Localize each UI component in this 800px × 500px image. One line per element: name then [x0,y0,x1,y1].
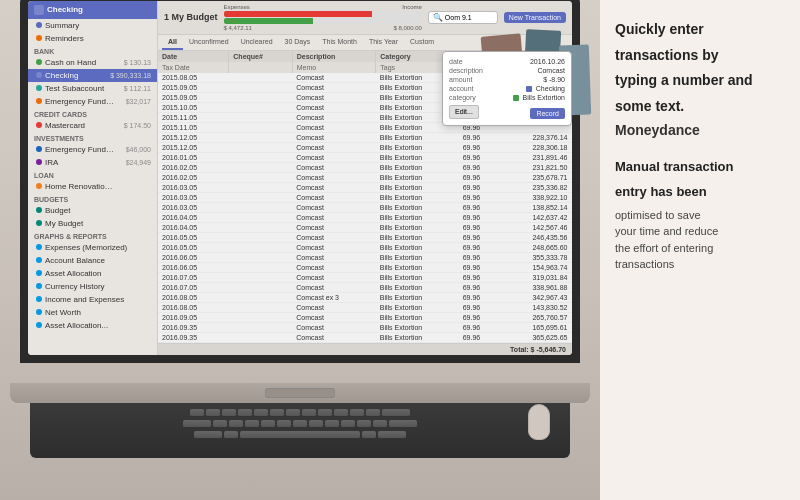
sidebar-item-emergency[interactable]: Emergency Fund, Liab... $32,017 [28,95,157,108]
tab-this-month[interactable]: This Month [316,35,363,50]
kb-key [194,431,222,439]
cell-description: Comcast [292,312,376,322]
tab-unconfirmed[interactable]: Unconfirmed [183,35,235,50]
table-row[interactable]: 2016.06.05 Comcast Bills Extortion 69.96… [158,262,572,272]
table-row[interactable]: 2016.01.05 Comcast Bills Extortion 69.96… [158,152,572,162]
mc-dot [36,122,42,128]
tab-all[interactable]: All [162,35,183,50]
app-screen: Checking Summary Reminders BANK Cash on … [28,1,572,355]
kb-key [229,420,243,428]
cell-c: 69.96 [459,302,501,312]
cell-c: 69.96 [459,252,501,262]
sidebar-item-reminders[interactable]: Reminders [28,32,157,45]
kb-spacebar [240,431,360,439]
table-row[interactable]: 2016.10.25 Comcast Bills Extortion 69.96… [158,342,572,343]
cell-date: 2016.09.05 [158,312,229,322]
sidebar-item-acct-balance[interactable]: Account Balance [28,254,157,267]
trackpad [265,388,335,398]
table-row[interactable]: 2016.09.05 Comcast Bills Extortion 69.96… [158,312,572,322]
tab-uncleared[interactable]: Uncleared [235,35,279,50]
search-box[interactable]: 🔍 Oom 9.1 [428,11,498,24]
cell-category: Bills Extortion [376,132,459,142]
sidebar-item-currency[interactable]: Currency History [28,280,157,293]
search-text: Oom 9.1 [445,14,472,21]
sidebar-item-mastercard[interactable]: Mastercard $ 174.50 [28,119,157,132]
cell-category: Bills Extortion [376,242,459,252]
table-row[interactable]: 2016.03.05 Comcast Bills Extortion 69.96… [158,182,572,192]
kb-key [389,420,417,428]
table-row[interactable]: 2016.03.05 Comcast Bills Extortion 69.96… [158,192,572,202]
table-row[interactable]: 2016.06.05 Comcast Bills Extortion 69.96… [158,252,572,262]
right-subtitle-line1: Manual transaction [615,158,785,176]
kb-key [357,420,371,428]
cell-cheque [229,122,292,132]
popup-account-row: account Checking [449,85,565,92]
em-label: Expenses (Memorized) [45,243,127,252]
sidebar-item-summary[interactable]: Summary [28,19,157,32]
col-memo: Memo [292,62,376,73]
sidebar-item-budget[interactable]: Budget [28,204,157,217]
new-transaction-button[interactable]: New Transaction [504,12,566,23]
tab-30days[interactable]: 30 Days [279,35,317,50]
cell-cheque [229,242,292,252]
cell-cheque [229,342,292,343]
table-row[interactable]: 2016.04.05 Comcast Bills Extortion 69.96… [158,212,572,222]
kb-key [206,409,220,417]
kb-key [362,431,376,439]
sidebar-item-loan[interactable]: Home Renovation Loan S... [28,180,157,193]
table-row[interactable]: 2016.05.05 Comcast Bills Extortion 69.96… [158,242,572,252]
kb-key [325,420,339,428]
table-row[interactable]: 2016.08.05 Comcast ex 3 Bills Extortion … [158,292,572,302]
em-dot [36,244,42,250]
popup-record-button[interactable]: Record [530,108,565,119]
cell-c: 69.96 [459,332,501,342]
tab-this-year[interactable]: This Year [363,35,404,50]
kb-key [373,420,387,428]
cell-description: Comcast [292,122,376,132]
sidebar-item-net-worth[interactable]: Net Worth [28,306,157,319]
cell-cheque [229,142,292,152]
table-row[interactable]: 2016.02.05 Comcast Bills Extortion 69.96… [158,172,572,182]
table-row[interactable]: 2016.08.05 Comcast Bills Extortion 69.96… [158,302,572,312]
cell-date: 2015.11.05 [158,112,229,122]
sidebar-item-asset-alloc2[interactable]: Asset Allocation... [28,319,157,332]
cell-description: Comcast [292,322,376,332]
sidebar-item-asset-alloc[interactable]: Asset Allocation [28,267,157,280]
cell-category: Bills Extortion [376,142,459,152]
kb-key [222,409,236,417]
ab-label: Account Balance [45,256,105,265]
sidebar-item-emergency-fund[interactable]: Emergency Fund Roth... $46,000 [28,143,157,156]
table-row[interactable]: 2016.03.05 Comcast Bills Extortion 69.96… [158,202,572,212]
expense-bar-track [224,11,422,17]
table-row[interactable]: 2015.12.05 Comcast Bills Extortion 69.96… [158,142,572,152]
emergency-dot [36,98,42,104]
table-row[interactable]: 2016.09.35 Comcast Bills Extortion 69.96… [158,322,572,332]
cell-description: Comcast [292,232,376,242]
cell-cheque [229,232,292,242]
sidebar: Checking Summary Reminders BANK Cash on … [28,1,158,355]
table-row[interactable]: 2016.07.05 Comcast Bills Extortion 69.96… [158,272,572,282]
cell-amount: 143,830.52 [501,302,572,312]
table-row[interactable]: 2016.09.35 Comcast Bills Extortion 69.96… [158,332,572,342]
cell-cheque [229,222,292,232]
cell-description: Comcast [292,112,376,122]
sidebar-item-test-sub[interactable]: Test Subaccount $ 112.11 [28,82,157,95]
sidebar-item-my-budget[interactable]: My Budget [28,217,157,230]
popup-edit-button[interactable]: Edit... [449,105,479,119]
expense-amount: $ 4,472.11 [224,25,252,31]
table-row[interactable]: 2015.12.05 Comcast Bills Extortion 69.96… [158,132,572,142]
tab-custom[interactable]: Custom [404,35,440,50]
sidebar-section-investments: INVESTMENTS [28,132,157,143]
table-row[interactable]: 2016.04.05 Comcast Bills Extortion 69.96… [158,222,572,232]
cell-c: 69.96 [459,322,501,332]
sidebar-item-checking[interactable]: Checking $ 390,333.18 [28,69,157,82]
main-content: 1 My Budget Expenses Income [158,1,572,355]
sidebar-item-ira[interactable]: IRA $24,949 [28,156,157,169]
sidebar-item-expenses-mem[interactable]: Expenses (Memorized) [28,241,157,254]
table-row[interactable]: 2016.05.05 Comcast Bills Extortion 69.96… [158,232,572,242]
sidebar-item-cash[interactable]: Cash on Hand $ 130.13 [28,56,157,69]
table-row[interactable]: 2016.07.05 Comcast Bills Extortion 69.96… [158,282,572,292]
sidebar-item-income-exp[interactable]: Income and Expenses [28,293,157,306]
cell-c: 69.96 [459,342,501,343]
table-row[interactable]: 2016.02.05 Comcast Bills Extortion 69.96… [158,162,572,172]
